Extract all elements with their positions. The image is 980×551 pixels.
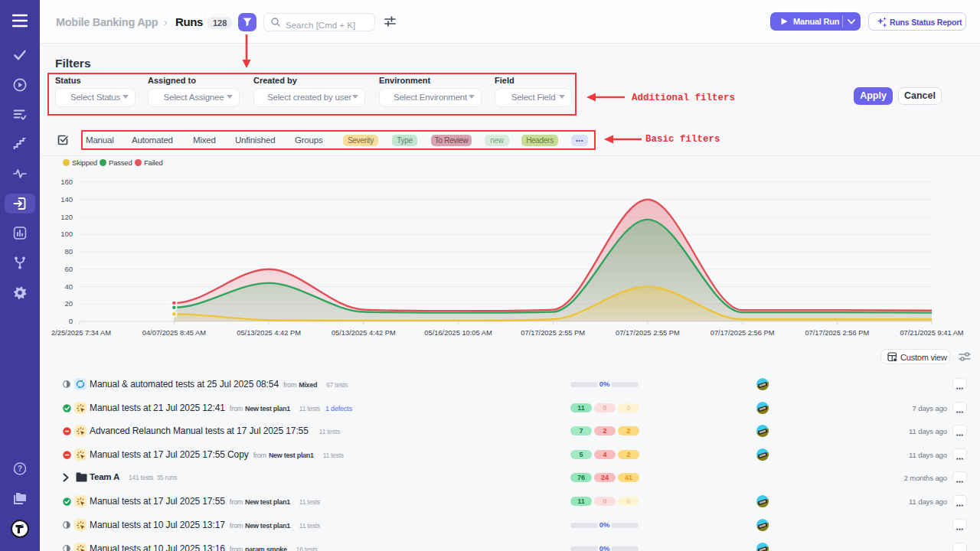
svg-text:05/13/2025 4:42 PM: 05/13/2025 4:42 PM (332, 329, 396, 337)
svg-text:07/21/2025 9:41 AM: 07/21/2025 9:41 AM (900, 329, 963, 337)
svg-text:120: 120 (60, 213, 73, 221)
svg-text:80: 80 (64, 247, 73, 256)
svg-text:07/17/2025 2:56 PM: 07/17/2025 2:56 PM (710, 329, 775, 337)
svg-text:07/17/2025 2:56 PM: 07/17/2025 2:56 PM (805, 329, 869, 337)
svg-text:20: 20 (64, 299, 73, 308)
svg-text:0: 0 (69, 317, 73, 325)
svg-text:160: 160 (60, 178, 73, 186)
svg-text:2/25/2025 7:34 AM: 2/25/2025 7:34 AM (51, 329, 111, 337)
svg-text:?: ? (18, 465, 22, 473)
svg-text:04/07/2025 8:45 AM: 04/07/2025 8:45 AM (142, 329, 206, 337)
svg-text:140: 140 (60, 195, 73, 204)
svg-text:100: 100 (60, 230, 73, 238)
svg-text:05/16/2025 10:05 AM: 05/16/2025 10:05 AM (424, 329, 492, 337)
svg-text:60: 60 (64, 265, 73, 273)
svg-text:05/13/2025 4:42 PM: 05/13/2025 4:42 PM (237, 329, 301, 337)
svg-text:07/17/2025 2:55 PM: 07/17/2025 2:55 PM (616, 329, 680, 337)
svg-text:40: 40 (64, 282, 73, 291)
svg-text:07/17/2025 2:55 PM: 07/17/2025 2:55 PM (521, 329, 585, 337)
